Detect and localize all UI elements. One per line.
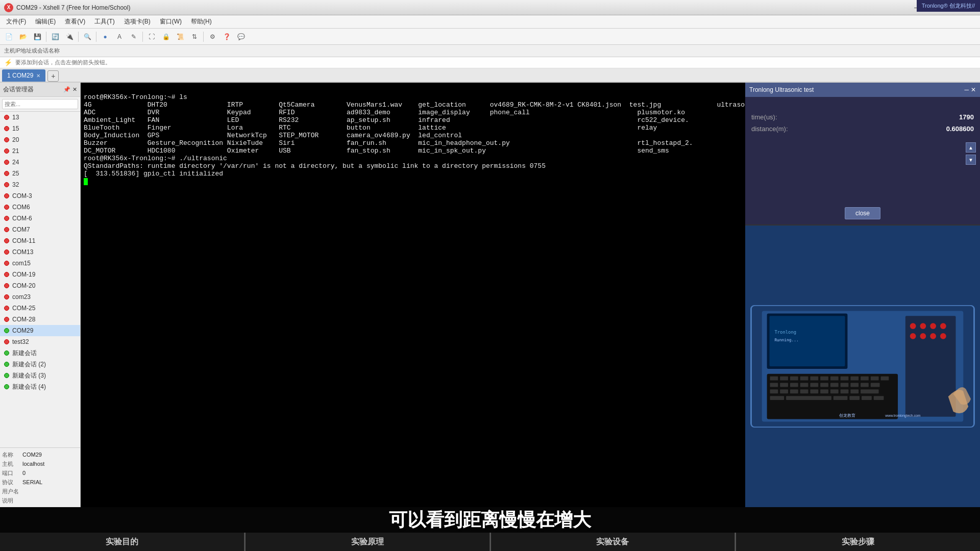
lock-button[interactable]: 🔒 bbox=[159, 30, 173, 43]
nav-item-purpose[interactable]: 实验目的 bbox=[0, 533, 244, 551]
sidebar-item-com7[interactable]: COM7 bbox=[0, 224, 80, 235]
info-label-protocol: 协议 bbox=[2, 479, 22, 486]
sidebar-item-21[interactable]: 21 bbox=[0, 145, 80, 157]
sidebar-item-com19[interactable]: COM-19 bbox=[0, 269, 80, 280]
status-dot bbox=[4, 148, 9, 154]
sidebar-item-15[interactable]: 15 bbox=[0, 123, 80, 134]
ultrasonic-close-button[interactable]: close bbox=[845, 207, 880, 219]
font-button[interactable]: A bbox=[113, 30, 126, 43]
tab-bar: 1 COM29 ✕ + bbox=[0, 68, 980, 83]
ultrasonic-minimize-icon[interactable]: ─ bbox=[964, 86, 969, 93]
status-dot bbox=[4, 137, 9, 142]
nav-bar: 实验目的 实验原理 实验设备 实验步骤 bbox=[0, 533, 980, 551]
terminal[interactable]: root@RK356x-Tronlong:~# ls 4G DHT20 IRTP… bbox=[81, 83, 745, 507]
status-dot bbox=[4, 261, 9, 266]
refresh-button[interactable]: 🔄 bbox=[48, 30, 62, 43]
scroll-down-button[interactable]: ▼ bbox=[966, 155, 976, 165]
sidebar-item-25[interactable]: 25 bbox=[0, 168, 80, 179]
new-session-button[interactable]: 📄 bbox=[2, 30, 15, 43]
svg-rect-8 bbox=[780, 377, 788, 381]
ultrasonic-close-icon[interactable]: ✕ bbox=[971, 86, 976, 93]
title-bar: X COM29 - Xshell 7 (Free for Home/School… bbox=[0, 0, 980, 15]
settings-button[interactable]: ⚙ bbox=[206, 30, 219, 43]
status-dot bbox=[4, 216, 9, 221]
sidebar-item-20[interactable]: 20 bbox=[0, 134, 80, 145]
menu-window[interactable]: 窗口(W) bbox=[156, 16, 186, 27]
sidebar-item-com20[interactable]: COM-20 bbox=[0, 280, 80, 291]
title-bar-left: X COM29 - Xshell 7 (Free for Home/School… bbox=[4, 3, 130, 12]
svg-rect-9 bbox=[790, 377, 798, 381]
sidebar-item-com6[interactable]: COM6 bbox=[0, 202, 80, 213]
svg-rect-14 bbox=[841, 377, 849, 381]
color-button[interactable]: ● bbox=[99, 30, 112, 43]
sidebar-pin-icon[interactable]: 📌 bbox=[63, 86, 70, 93]
open-button[interactable]: 📂 bbox=[16, 30, 30, 43]
menu-file[interactable]: 文件(F) bbox=[2, 16, 30, 27]
sidebar-item-com29[interactable]: COM29 bbox=[0, 325, 80, 336]
status-dot bbox=[4, 384, 9, 389]
sidebar-item-com11[interactable]: COM-11 bbox=[0, 235, 80, 246]
transfer-button[interactable]: ⇅ bbox=[188, 30, 201, 43]
highlight-button[interactable]: ✎ bbox=[127, 30, 140, 43]
info-value-protocol: SERIAL bbox=[22, 479, 78, 485]
svg-rect-10 bbox=[800, 377, 808, 381]
menu-tabs[interactable]: 选项卡(B) bbox=[120, 16, 155, 27]
sidebar-item-com25[interactable]: COM-25 bbox=[0, 303, 80, 314]
connect-button[interactable]: 🔌 bbox=[63, 30, 76, 43]
svg-rect-41 bbox=[786, 396, 831, 400]
svg-rect-42 bbox=[834, 396, 848, 400]
menu-bar: 文件(F) 编辑(E) 查看(V) 工具(T) 选项卡(B) 窗口(W) 帮助(… bbox=[0, 15, 980, 29]
svg-rect-36 bbox=[830, 389, 839, 393]
sidebar-item-new2[interactable]: 新建会话 (2) bbox=[0, 359, 80, 370]
app-icon: X bbox=[4, 3, 13, 12]
terminal-ls-output: 4G DHT20 IRTP Qt5Camera VenusMars1.wav g… bbox=[84, 101, 745, 155]
sidebar-item-com15[interactable]: com15 bbox=[0, 258, 80, 269]
menu-help[interactable]: 帮助(H) bbox=[187, 16, 216, 27]
svg-rect-32 bbox=[790, 389, 798, 393]
menu-tools[interactable]: 工具(T) bbox=[90, 16, 118, 27]
tab-com29[interactable]: 1 COM29 ✕ bbox=[2, 69, 45, 82]
sidebar-item-com28[interactable]: COM-28 bbox=[0, 314, 80, 325]
fullscreen-button[interactable]: ⛶ bbox=[145, 30, 158, 43]
distance-label: distance(m): bbox=[751, 125, 788, 133]
sidebar-search-input[interactable] bbox=[2, 99, 78, 109]
feedback-button[interactable]: 💬 bbox=[234, 30, 248, 43]
terminal-warning: QStandardPaths: runtime directory '/var/… bbox=[84, 162, 546, 170]
sidebar-item-test32[interactable]: test32 bbox=[0, 336, 80, 347]
tab-close-icon[interactable]: ✕ bbox=[36, 73, 40, 79]
sidebar-item-com6dash[interactable]: COM-6 bbox=[0, 213, 80, 224]
toolbar-separator-4 bbox=[142, 32, 143, 42]
new-tab-button[interactable]: + bbox=[47, 70, 59, 82]
sidebar-item-com13[interactable]: COM13 bbox=[0, 246, 80, 258]
hardware-svg: Tronlong Running... bbox=[752, 305, 973, 428]
right-panel: Tronlong Ultrasonic test ─ ✕ time(us): 1… bbox=[745, 83, 980, 507]
status-dot bbox=[4, 294, 9, 299]
status-dot bbox=[4, 317, 9, 322]
status-dot bbox=[4, 126, 9, 131]
scroll-up-button[interactable]: ▲ bbox=[966, 142, 976, 153]
menu-edit[interactable]: 编辑(E) bbox=[31, 16, 60, 27]
help-button[interactable]: ❓ bbox=[220, 30, 233, 43]
sidebar-item-com23[interactable]: com23 bbox=[0, 291, 80, 303]
nav-item-steps[interactable]: 实验步骤 bbox=[736, 533, 980, 551]
menu-view[interactable]: 查看(V) bbox=[61, 16, 89, 27]
sidebar-item-new1[interactable]: 新建会话 bbox=[0, 347, 80, 359]
sidebar-item-32[interactable]: 32 bbox=[0, 179, 80, 190]
sidebar-item-com3[interactable]: COM-3 bbox=[0, 190, 80, 202]
script-button[interactable]: 📜 bbox=[174, 30, 187, 43]
save-button[interactable]: 💾 bbox=[31, 30, 44, 43]
nav-item-principle[interactable]: 实验原理 bbox=[246, 533, 490, 551]
sidebar-item-13[interactable]: 13 bbox=[0, 112, 80, 123]
nav-item-equipment[interactable]: 实验设备 bbox=[491, 533, 736, 551]
sidebar-item-new4[interactable]: 新建会话 (4) bbox=[0, 381, 80, 392]
time-row: time(us): 1790 bbox=[751, 113, 974, 121]
svg-rect-38 bbox=[850, 389, 859, 393]
sidebar-close-icon[interactable]: ✕ bbox=[72, 86, 77, 93]
svg-rect-33 bbox=[800, 389, 808, 393]
sidebar-item-24[interactable]: 24 bbox=[0, 157, 80, 168]
search-button[interactable]: 🔍 bbox=[81, 30, 94, 43]
notice-icon: ⚡ bbox=[4, 59, 12, 66]
svg-rect-12 bbox=[820, 377, 828, 381]
sidebar-item-new3[interactable]: 新建会话 (3) bbox=[0, 370, 80, 381]
svg-text:Running...: Running... bbox=[774, 338, 798, 342]
